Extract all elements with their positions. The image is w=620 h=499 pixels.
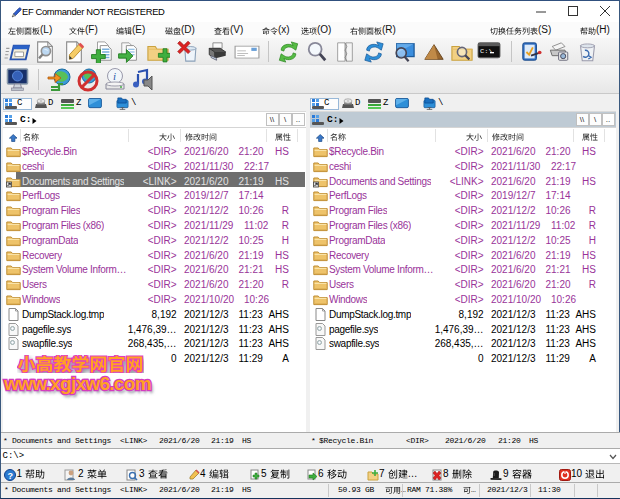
svg-text:?: ? <box>7 471 12 481</box>
svg-text:C:\: C:\ <box>480 48 493 54</box>
svg-text:i: i <box>113 70 116 82</box>
